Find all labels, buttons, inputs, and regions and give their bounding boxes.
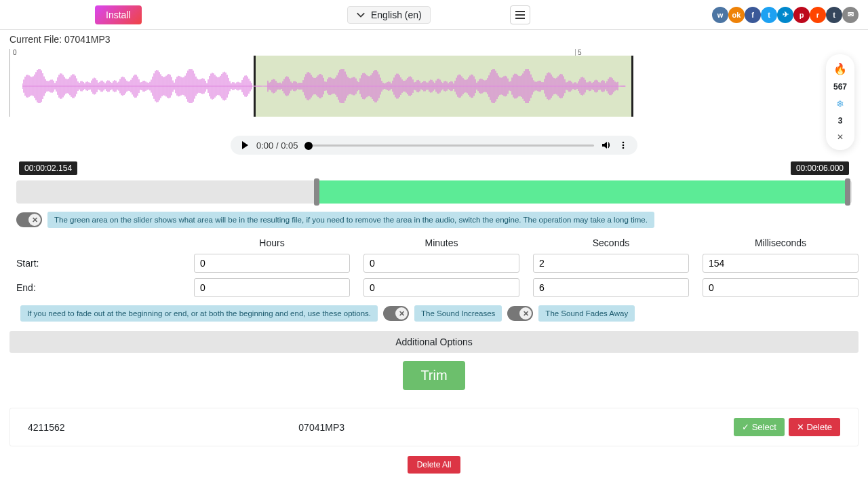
end-label: End: bbox=[9, 282, 180, 293]
pinterest-icon[interactable]: p bbox=[793, 7, 810, 23]
hint-mode: The green area on the slider shows what … bbox=[47, 212, 654, 228]
toggle-knob-icon: ✕ bbox=[28, 214, 41, 226]
waveform-display[interactable]: 0 5 bbox=[9, 49, 859, 117]
vk-icon[interactable]: w bbox=[712, 7, 728, 23]
col-milliseconds: Milliseconds bbox=[703, 237, 859, 248]
language-label: English (en) bbox=[371, 9, 422, 20]
fade-in-toggle[interactable]: ✕ bbox=[383, 306, 409, 321]
twitter-icon[interactable]: t bbox=[761, 7, 777, 23]
telegram-icon[interactable]: ✈ bbox=[777, 7, 793, 23]
install-button[interactable]: Install bbox=[95, 5, 142, 24]
fade-out-label: The Sound Fades Away bbox=[538, 305, 635, 322]
player-seek-knob[interactable] bbox=[304, 142, 313, 150]
timecode-end: 00:00:06.000 bbox=[791, 161, 849, 175]
close-icon[interactable]: ✕ bbox=[837, 132, 844, 142]
end-minutes-input[interactable] bbox=[363, 278, 519, 297]
range-selection bbox=[317, 180, 847, 204]
audio-player: 0:00 / 0:05 bbox=[231, 136, 637, 155]
svg-point-2 bbox=[623, 147, 625, 149]
ok-icon[interactable]: ok bbox=[728, 7, 745, 23]
range-handle-start[interactable] bbox=[314, 178, 319, 206]
downvote-count: 3 bbox=[838, 116, 843, 126]
additional-options-toggle[interactable]: Additional Options bbox=[9, 331, 859, 353]
volume-icon[interactable] bbox=[601, 140, 612, 151]
fire-icon[interactable]: 🔥 bbox=[833, 62, 847, 75]
menu-button[interactable] bbox=[510, 5, 530, 24]
table-row: 4211562 07041MP3 ✓ Select ✕ Delete bbox=[10, 408, 858, 446]
range-handle-end[interactable] bbox=[845, 178, 850, 206]
social-share-bar: w ok f t ✈ p r t ✉ bbox=[712, 7, 859, 23]
current-file-label: Current File: 07041MP3 bbox=[9, 34, 859, 45]
delete-all-button[interactable]: Delete All bbox=[408, 456, 461, 474]
waveform-tick-0: 0 bbox=[13, 49, 17, 56]
col-minutes: Minutes bbox=[363, 237, 519, 248]
vote-panel: 🔥 567 ❄ 3 ✕ bbox=[826, 54, 854, 150]
waveform-graphic bbox=[22, 69, 626, 103]
svg-point-0 bbox=[623, 142, 625, 144]
player-time: 0:00 / 0:05 bbox=[256, 140, 298, 151]
hint-fade: If you need to fade out at the beginning… bbox=[20, 305, 378, 322]
play-button[interactable] bbox=[240, 140, 250, 150]
chevron-down-icon bbox=[356, 10, 366, 20]
end-hours-input[interactable] bbox=[194, 278, 350, 297]
start-hours-input[interactable] bbox=[194, 254, 350, 273]
timecode-start: 00:00:02.154 bbox=[19, 161, 77, 175]
end-seconds-input[interactable] bbox=[533, 278, 689, 297]
start-seconds-input[interactable] bbox=[533, 254, 689, 273]
delete-button[interactable]: ✕ Delete bbox=[789, 418, 840, 436]
fade-in-label: The Sound Increases bbox=[414, 305, 502, 322]
email-icon[interactable]: ✉ bbox=[842, 7, 859, 23]
fade-out-toggle[interactable]: ✕ bbox=[507, 306, 533, 321]
start-minutes-input[interactable] bbox=[363, 254, 519, 273]
select-button[interactable]: ✓ Select bbox=[734, 418, 785, 436]
player-seekbar[interactable] bbox=[304, 145, 594, 147]
range-slider[interactable] bbox=[16, 180, 852, 204]
file-name: 07041MP3 bbox=[298, 422, 569, 433]
svg-point-1 bbox=[623, 145, 625, 147]
file-table: 4211562 07041MP3 ✓ Select ✕ Delete bbox=[9, 408, 859, 446]
tumblr-icon[interactable]: t bbox=[826, 7, 842, 23]
reddit-icon[interactable]: r bbox=[810, 7, 826, 23]
col-seconds: Seconds bbox=[533, 237, 689, 248]
toggle-knob-icon: ✕ bbox=[395, 307, 408, 320]
toggle-knob-icon: ✕ bbox=[519, 307, 532, 320]
col-hours: Hours bbox=[194, 237, 350, 248]
mode-toggle[interactable]: ✕ bbox=[16, 212, 42, 227]
facebook-icon[interactable]: f bbox=[745, 7, 761, 23]
player-more-icon[interactable] bbox=[618, 140, 628, 150]
snowflake-icon[interactable]: ❄ bbox=[836, 98, 844, 109]
end-ms-input[interactable] bbox=[703, 278, 859, 297]
start-ms-input[interactable] bbox=[703, 254, 859, 273]
language-selector[interactable]: English (en) bbox=[347, 6, 431, 24]
hamburger-icon bbox=[515, 11, 525, 19]
upvote-count: 567 bbox=[833, 82, 847, 92]
file-id: 4211562 bbox=[28, 422, 298, 433]
start-label: Start: bbox=[9, 258, 180, 269]
play-icon bbox=[240, 140, 250, 150]
trim-button[interactable]: Trim bbox=[403, 361, 465, 390]
